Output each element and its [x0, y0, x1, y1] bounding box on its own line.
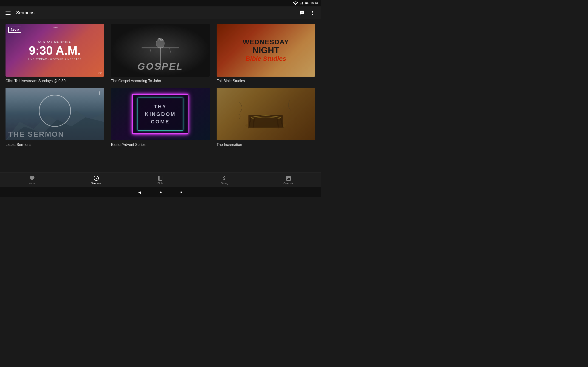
nav-bible[interactable]: Bible	[128, 174, 192, 186]
cross-icon: ✛	[97, 90, 101, 96]
svg-line-14	[150, 48, 151, 52]
battery-icon	[305, 1, 309, 5]
sunday-morning-label: SUNDAY MORNING	[28, 40, 82, 44]
status-time: 10:26	[310, 2, 318, 5]
nav-giving-label: Giving	[221, 182, 228, 185]
svg-rect-6	[308, 3, 309, 4]
thumb-livestream: Live SUNDAY MORNING 9:30 A.M. LIVE STREA…	[6, 24, 104, 77]
thumb-bible-studies: WEDNESDAY NIGHT Bible Studies	[216, 24, 315, 77]
card-label-livestream: Click To Livestream Sundays @ 9:30	[6, 79, 104, 83]
status-icons: 10:26	[293, 0, 318, 6]
card-incarnation[interactable]: The Incarnation	[216, 88, 315, 147]
svg-marker-25	[96, 177, 97, 179]
nav-home-label: Home	[29, 182, 35, 185]
svg-point-8	[312, 12, 313, 13]
bottom-nav: Home Sermons Bible Giving Calend	[0, 173, 321, 187]
svg-point-10	[156, 38, 164, 48]
svg-rect-1	[301, 3, 301, 4]
nav-sermons[interactable]: Sermons	[64, 174, 128, 186]
thumb-kingdom: THY KINGDOM COME	[111, 88, 209, 140]
card-latest-sermons[interactable]: ✛ THE SERMON Latest Sermons	[6, 88, 104, 147]
svg-rect-3	[303, 2, 303, 4]
chat-icon	[300, 10, 304, 15]
system-nav-bar: ◀ ● ■	[0, 187, 321, 197]
signal-icon	[300, 1, 303, 5]
card-label-latest-sermons: Latest Sermons	[6, 143, 104, 147]
kingdom-outer: THY KINGDOM COME	[129, 91, 192, 138]
hamburger-menu[interactable]	[4, 9, 12, 17]
card-gospel[interactable]: the GOSPEL The Gospel According To John	[111, 24, 209, 83]
svg-point-7	[312, 11, 313, 12]
svg-rect-26	[158, 176, 162, 181]
kingdom-line2: KINGDOM	[145, 110, 176, 118]
svg-rect-0	[300, 3, 301, 4]
recent-apps-button[interactable]: ■	[180, 190, 182, 194]
thumb-incarnation	[216, 88, 315, 140]
kingdom-inner-border: THY KINGDOM COME	[138, 98, 183, 131]
gospel-figure-svg	[140, 30, 181, 71]
sermon-circle	[39, 95, 71, 127]
card-label-incarnation: The Incarnation	[216, 143, 315, 147]
nav-bible-label: Bible	[157, 182, 163, 185]
content-grid: Live SUNDAY MORNING 9:30 A.M. LIVE STREA…	[0, 19, 321, 151]
sermons-play-icon	[94, 175, 99, 181]
app-bar: Sermons	[0, 6, 321, 19]
nav-home[interactable]: Home	[0, 174, 64, 186]
card-livestream[interactable]: Live SUNDAY MORNING 9:30 A.M. LIVE STREA…	[6, 24, 104, 83]
nav-calendar-label: Calendar	[284, 182, 294, 185]
nav-calendar[interactable]: Calendar	[257, 174, 321, 186]
manger-svg	[237, 96, 294, 132]
more-icon	[310, 10, 315, 15]
card-easter-advent[interactable]: THY KINGDOM COME Easter/Advent Series	[111, 88, 209, 147]
card-label-easter-advent: Easter/Advent Series	[111, 143, 209, 147]
card-bible-studies[interactable]: WEDNESDAY NIGHT Bible Studies Fall Bible…	[216, 24, 315, 83]
live-badge: Live	[8, 27, 21, 33]
audio-waves-bottom	[96, 73, 102, 74]
nav-giving[interactable]: Giving	[192, 174, 257, 186]
thumb-gospel: the GOSPEL	[111, 24, 209, 77]
kingdom-line1: THY	[145, 103, 176, 110]
app-bar-actions	[298, 8, 317, 17]
wifi-icon	[293, 0, 298, 6]
kingdom-line3: COME	[145, 118, 176, 125]
wednesday-text: WEDNESDAY	[243, 38, 289, 46]
night-text: NIGHT	[243, 46, 289, 55]
kingdom-outer-border: THY KINGDOM COME	[132, 94, 188, 134]
calendar-icon	[286, 175, 291, 181]
card-label-gospel: The Gospel According To John	[111, 79, 209, 83]
chat-button[interactable]	[298, 8, 306, 17]
home-button[interactable]: ●	[159, 190, 162, 195]
back-button[interactable]: ◀	[138, 190, 141, 194]
card-label-bible-studies: Fall Bible Studies	[216, 79, 315, 83]
more-button[interactable]	[308, 8, 317, 17]
bible-icon	[157, 175, 163, 181]
time-text: SUNDAY MORNING 9:30 A.M. LIVE STREAM · W…	[28, 40, 82, 60]
svg-line-15	[170, 48, 171, 52]
bible-studies-content: WEDNESDAY NIGHT Bible Studies	[243, 38, 289, 62]
live-stream-text: LIVE STREAM · WORSHIP & MESSAGE	[28, 58, 82, 60]
audio-waves-top	[52, 27, 58, 28]
svg-rect-5	[305, 3, 308, 4]
app-title: Sermons	[16, 10, 298, 15]
time-big: 9:30 A.M.	[28, 44, 82, 56]
thumb-sermon: ✛ THE SERMON	[6, 88, 104, 140]
status-bar: 10:26	[0, 0, 321, 6]
home-heart-icon	[29, 175, 35, 181]
svg-point-9	[312, 14, 313, 15]
svg-rect-30	[286, 176, 291, 181]
sermon-title-overlay: THE SERMON	[6, 128, 67, 140]
svg-rect-34	[287, 178, 288, 179]
giving-icon	[222, 175, 227, 181]
svg-rect-2	[302, 2, 302, 4]
bible-studies-script: Bible Studies	[243, 55, 289, 62]
nav-sermons-label: Sermons	[91, 182, 101, 185]
